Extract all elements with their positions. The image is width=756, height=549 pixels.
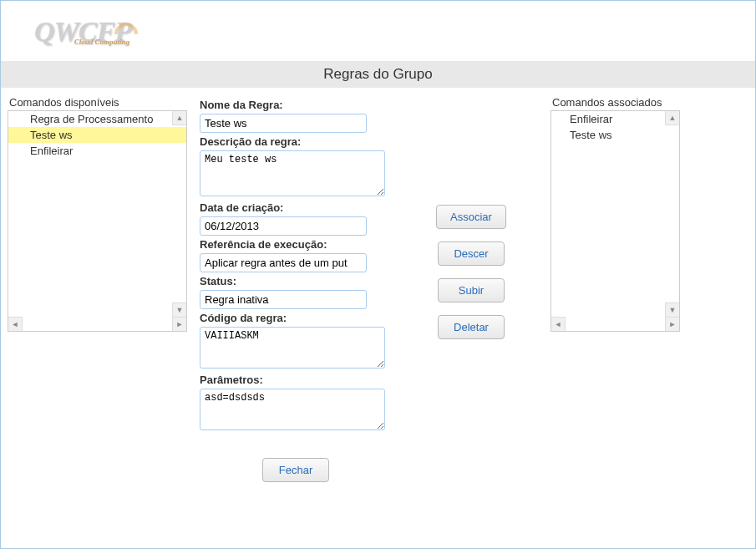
scroll-up-icon[interactable]: ▲ <box>172 111 186 125</box>
list-item[interactable]: Teste ws <box>551 127 679 143</box>
codigo-label: Código da regra: <box>200 312 392 324</box>
list-item[interactable]: Enfileirar <box>551 111 679 127</box>
referencia-input[interactable] <box>200 253 367 272</box>
content-area: Comandos disponíveis Regra de Processame… <box>1 88 755 491</box>
available-commands-title: Comandos disponíveis <box>8 96 187 109</box>
list-item[interactable]: Regra de Processamento <box>8 111 186 127</box>
associated-commands-title: Comandos associados <box>551 96 680 109</box>
associated-commands-panel: Comandos associados Enfileirar Teste ws … <box>551 96 680 482</box>
nome-label: Nome da Regra: <box>200 99 392 111</box>
close-button-wrap: Fechar <box>200 458 392 482</box>
scroll-up-icon[interactable]: ▲ <box>665 111 679 125</box>
parametros-label: Parâmetros: <box>200 374 392 386</box>
page-title: Regras do Grupo <box>1 61 755 88</box>
subir-button[interactable]: Subir <box>438 278 505 302</box>
logo-subtitle: Cloud Computing <box>74 38 129 46</box>
parametros-textarea[interactable]: asd=dsdsds <box>200 389 385 430</box>
available-commands-panel: Comandos disponíveis Regra de Processame… <box>8 96 187 482</box>
logo-text: QWCFP Cloud Computing <box>34 16 131 48</box>
descricao-label: Descrição da regra: <box>200 135 392 148</box>
logo: QWCFP Cloud Computing <box>34 11 755 53</box>
status-label: Status: <box>200 275 392 287</box>
scroll-right-icon[interactable]: ► <box>665 317 679 331</box>
associar-button[interactable]: Associar <box>436 205 506 229</box>
scroll-left-icon[interactable]: ◄ <box>551 317 566 331</box>
fechar-button[interactable]: Fechar <box>262 458 329 482</box>
nome-input[interactable] <box>200 114 367 133</box>
scroll-left-icon[interactable]: ◄ <box>8 317 23 331</box>
available-commands-list[interactable]: Regra de Processamento Teste ws Enfileir… <box>8 110 187 332</box>
list-item[interactable]: Enfileirar <box>8 143 186 159</box>
deletar-button[interactable]: Deletar <box>438 315 505 339</box>
descer-button[interactable]: Descer <box>438 241 505 266</box>
descricao-textarea[interactable]: Meu teste ws <box>200 150 385 196</box>
data-label: Data de criação: <box>200 201 392 214</box>
action-buttons: Associar Descer Subir Deletar <box>404 96 538 482</box>
scroll-right-icon[interactable]: ► <box>172 317 186 331</box>
data-input[interactable] <box>200 216 367 236</box>
codigo-textarea[interactable]: VAIIIASKM <box>200 327 385 369</box>
scroll-down-icon[interactable]: ▼ <box>172 302 186 317</box>
referencia-label: Referência de execução: <box>200 238 392 251</box>
app-window: QWCFP Cloud Computing Regras do Grupo Co… <box>0 0 756 549</box>
list-item[interactable]: Teste ws <box>8 127 186 143</box>
rule-form: Nome da Regra: Descrição da regra: Meu t… <box>200 96 392 482</box>
status-input[interactable] <box>200 290 367 309</box>
associated-commands-list[interactable]: Enfileirar Teste ws ▲ ▼ ◄ ► <box>551 110 680 332</box>
scroll-down-icon[interactable]: ▼ <box>665 302 679 317</box>
